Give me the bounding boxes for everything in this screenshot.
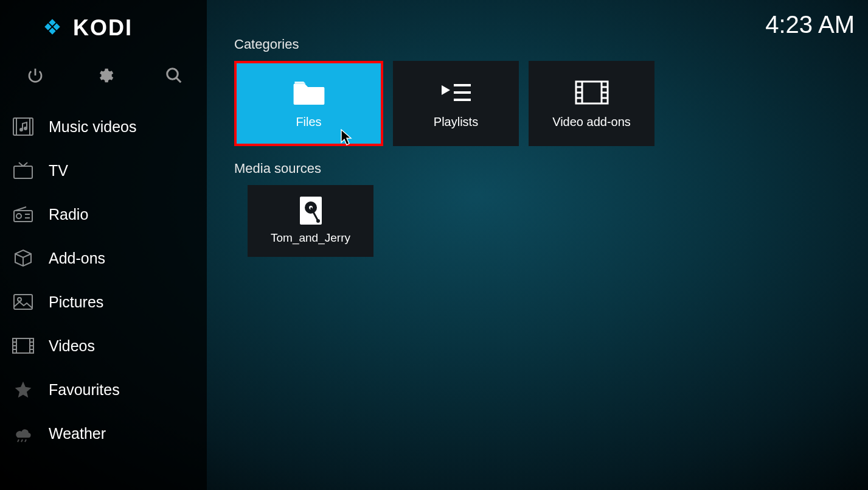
radio-icon (12, 203, 34, 225)
tv-icon (12, 159, 34, 181)
nav-item-videos[interactable]: Videos (0, 324, 207, 368)
category-tile-files[interactable]: Files (234, 61, 383, 146)
nav-label: Radio (49, 206, 88, 223)
kodi-logo-icon (40, 15, 64, 41)
settings-button[interactable] (92, 63, 117, 88)
nav-label: Music videos (49, 118, 137, 136)
svg-point-49 (316, 219, 320, 223)
nav-label: Favourites (49, 381, 120, 399)
categories-row: Files Playlists (234, 61, 836, 146)
svg-rect-2 (44, 23, 51, 30)
app-name: KODI (73, 15, 133, 41)
nav-list: Music videos TV Radio (0, 105, 207, 455)
film-icon (574, 79, 609, 107)
categories-heading: Categories (234, 37, 836, 52)
svg-rect-36 (454, 99, 471, 101)
svg-point-21 (18, 298, 21, 301)
svg-rect-11 (14, 166, 32, 178)
category-tile-video-addons[interactable]: Video add-ons (529, 61, 654, 146)
nav-item-radio[interactable]: Radio (0, 192, 207, 236)
nav-item-music-videos[interactable]: Music videos (0, 105, 207, 149)
tile-label: Files (296, 115, 321, 129)
svg-rect-20 (14, 295, 32, 309)
svg-line-31 (18, 439, 19, 442)
source-label: Tom_and_Jerry (271, 231, 350, 245)
folder-icon (291, 79, 327, 107)
svg-rect-35 (454, 91, 471, 94)
picture-icon (12, 291, 34, 313)
media-sources-heading: Media sources (234, 161, 836, 177)
nav-label: TV (49, 162, 68, 180)
sidebar: KODI (0, 0, 207, 490)
svg-line-33 (25, 439, 26, 442)
clock: 4:23 AM (765, 11, 855, 38)
nav-label: Weather (49, 425, 106, 443)
source-tile-tom-and-jerry[interactable]: Tom_and_Jerry (248, 185, 373, 257)
svg-line-5 (176, 78, 181, 83)
logo: KODI (0, 0, 207, 52)
nav-label: Add-ons (49, 250, 105, 267)
nav-item-weather[interactable]: Weather (0, 411, 207, 455)
weather-icon (12, 422, 34, 444)
power-button[interactable] (23, 63, 47, 88)
svg-rect-0 (49, 19, 55, 26)
search-button[interactable] (162, 63, 186, 88)
hdd-icon (297, 197, 324, 224)
nav-label: Videos (49, 337, 95, 355)
tile-label: Playlists (434, 115, 478, 129)
music-video-icon (12, 116, 34, 138)
playlist-icon (439, 79, 474, 107)
svg-line-32 (21, 439, 23, 442)
star-icon (12, 379, 34, 401)
utility-buttons (0, 52, 207, 105)
svg-rect-3 (49, 27, 55, 34)
nav-item-tv[interactable]: TV (0, 149, 207, 192)
tile-label: Video add-ons (552, 115, 631, 129)
nav-item-favourites[interactable]: Favourites (0, 368, 207, 411)
nav-item-addons[interactable]: Add-ons (0, 236, 207, 280)
nav-item-pictures[interactable]: Pictures (0, 280, 207, 324)
svg-point-15 (16, 214, 21, 219)
svg-point-4 (167, 69, 178, 80)
category-tile-playlists[interactable]: Playlists (393, 61, 519, 146)
svg-rect-34 (454, 84, 471, 86)
nav-label: Pictures (49, 293, 103, 311)
svg-rect-1 (53, 23, 60, 30)
main-content: Categories Files Playlists (234, 37, 836, 257)
box-icon (12, 247, 34, 269)
sources-row: Tom_and_Jerry (234, 185, 836, 257)
film-icon (12, 335, 34, 357)
